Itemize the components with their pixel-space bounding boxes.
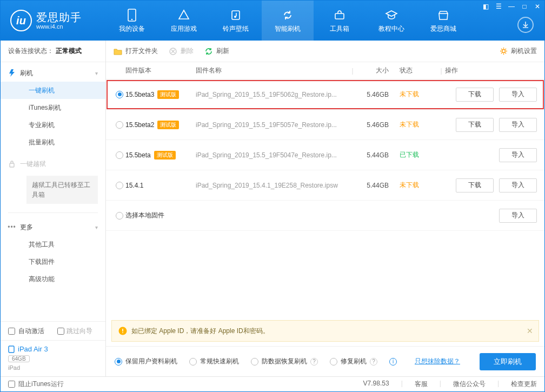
- import-button[interactable]: 导入: [499, 209, 537, 223]
- sidebar-item-itunes-flash[interactable]: iTunes刷机: [1, 99, 105, 116]
- chevron-down-icon: ▾: [95, 70, 98, 76]
- row-version: 15.4.1: [125, 182, 196, 189]
- flash-now-button[interactable]: 立即刷机: [480, 353, 536, 370]
- download-button[interactable]: 下载: [456, 178, 494, 192]
- row-radio[interactable]: [114, 91, 125, 98]
- flash-settings-button[interactable]: 刷机设置: [499, 46, 537, 56]
- opt-normal[interactable]: 常规快速刷机: [189, 357, 239, 366]
- opt-keep-data[interactable]: 保留用户资料刷机: [115, 357, 177, 366]
- svg-rect-5: [10, 163, 14, 167]
- firmware-row[interactable]: 15.4.1iPad_Spring_2019_15.4.1_19E258_Res…: [106, 170, 544, 201]
- nav-flash[interactable]: 智能刷机: [262, 1, 314, 41]
- row-firmware-name: iPad_Spring_2019_15.4.1_19E258_Restore.i…: [196, 182, 356, 189]
- connection-status: 设备连接状态： 正常模式: [1, 41, 105, 62]
- store-icon: [436, 8, 450, 22]
- row-size: 5.44GB: [356, 151, 400, 159]
- help-icon[interactable]: ?: [310, 358, 318, 366]
- opt-repair[interactable]: 修复刷机?: [330, 357, 377, 366]
- sidebar-item-one-key-flash[interactable]: 一键刷机: [1, 82, 105, 99]
- svg-rect-10: [122, 329, 123, 331]
- sidebar-section-label: 更多: [20, 223, 33, 232]
- row-firmware-name: iPad_Spring_2019_15.5_19F5062g_Restore.i…: [196, 91, 356, 98]
- brand-name: 爱思助手: [36, 11, 82, 23]
- nav-tutorials[interactable]: 教程中心: [365, 1, 417, 41]
- customer-service-link[interactable]: 客服: [415, 380, 428, 389]
- row-firmware-name: iPad_Spring_2019_15.5_19F5047e_Restore.i…: [196, 151, 356, 159]
- device-info[interactable]: iPad Air 3 64GB iPad: [1, 340, 105, 376]
- nav-label: 我的设备: [119, 24, 145, 34]
- nav-apps[interactable]: 应用游戏: [158, 1, 210, 41]
- close-icon[interactable]: ✕: [534, 3, 541, 10]
- refresh-icon: [204, 47, 213, 56]
- row-radio[interactable]: [114, 121, 125, 129]
- sidebar-section-label: 一键越狱: [20, 160, 46, 169]
- window-controls: ◧ ☰ — □ ✕: [482, 3, 541, 10]
- content: 打开文件夹 删除 刷新 刷机设置 固件版本 固件名称 | 大小 状态 | 操作: [106, 41, 544, 376]
- sidebar-section-flash[interactable]: 刷机 ▾: [1, 64, 105, 82]
- import-button[interactable]: 导入: [499, 148, 537, 162]
- row-actions: 导入: [445, 209, 537, 223]
- wechat-link[interactable]: 微信公众号: [453, 380, 486, 389]
- opt-label: 修复刷机: [341, 357, 367, 366]
- firmware-row[interactable]: 15.5beta2测试版iPad_Spring_2019_15.5_19F505…: [106, 110, 544, 140]
- divider: [8, 212, 98, 213]
- open-folder-button[interactable]: 打开文件夹: [114, 46, 158, 56]
- device-name: iPad Air 3: [18, 345, 48, 353]
- close-notice-button[interactable]: ✕: [527, 327, 533, 335]
- import-button[interactable]: 导入: [499, 178, 537, 192]
- col-version: 固件版本: [125, 66, 196, 75]
- nav-my-device[interactable]: 我的设备: [106, 1, 158, 41]
- import-button[interactable]: 导入: [499, 118, 537, 132]
- download-manager-button[interactable]: [517, 17, 534, 33]
- skin-icon[interactable]: ◧: [482, 3, 489, 10]
- col-action: 操作: [445, 66, 537, 75]
- erase-data-link[interactable]: 只想抹除数据？: [415, 357, 460, 366]
- folder-icon: [114, 47, 122, 56]
- refresh-button[interactable]: 刷新: [204, 46, 229, 56]
- firmware-rows: 15.5beta3测试版iPad_Spring_2019_15.5_19F506…: [106, 79, 544, 231]
- block-itunes-label: 阻止iTunes运行: [18, 380, 64, 389]
- nav-store[interactable]: 爱思商城: [417, 1, 469, 41]
- local-firmware-row[interactable]: 选择本地固件导入: [106, 201, 544, 231]
- download-button[interactable]: 下载: [456, 88, 494, 102]
- opt-label: 常规快速刷机: [200, 357, 239, 366]
- check-update-link[interactable]: 检查更新: [511, 380, 537, 389]
- sidebar-item-advanced[interactable]: 高级功能: [1, 270, 105, 288]
- download-button[interactable]: 下载: [456, 118, 494, 132]
- graduation-icon: [384, 8, 398, 22]
- opt-label: 防数据恢复刷机: [262, 357, 307, 366]
- row-status: 未下载: [400, 90, 445, 99]
- nav-ringtones[interactable]: 铃声壁纸: [210, 1, 262, 41]
- sidebar-item-batch-flash[interactable]: 批量刷机: [1, 134, 105, 151]
- warning-icon: [118, 327, 127, 335]
- help-icon[interactable]: ?: [370, 358, 377, 366]
- nav-toolbox[interactable]: 工具箱: [314, 1, 365, 41]
- auto-activate-checkbox[interactable]: [8, 328, 15, 335]
- sidebar-section-more[interactable]: ••• 更多 ▾: [1, 218, 105, 236]
- import-button[interactable]: 导入: [499, 88, 537, 102]
- block-itunes-checkbox[interactable]: [8, 381, 15, 388]
- opt-anti-recovery[interactable]: 防数据恢复刷机?: [251, 357, 318, 366]
- beta-tag: 测试版: [157, 121, 179, 129]
- minimize-icon[interactable]: —: [508, 3, 515, 10]
- row-version: 15.5beta3测试版: [125, 90, 196, 99]
- menu-icon[interactable]: ☰: [495, 3, 502, 10]
- app-version: V7.98.53: [363, 380, 389, 389]
- row-actions: 下载导入: [445, 178, 537, 192]
- auto-activate-row: 自动激活 跳过向导: [1, 322, 105, 340]
- maximize-icon[interactable]: □: [521, 3, 528, 10]
- firmware-row[interactable]: 15.5beta3测试版iPad_Spring_2019_15.5_19F506…: [106, 79, 544, 110]
- logo-area: iu 爱思助手 www.i4.cn: [1, 10, 106, 31]
- row-actions: 导入: [445, 148, 537, 162]
- sidebar-item-pro-flash[interactable]: 专业刷机: [1, 116, 105, 134]
- row-radio[interactable]: [114, 151, 125, 159]
- sidebar-item-download-firmware[interactable]: 下载固件: [1, 253, 105, 270]
- delete-button: 删除: [169, 46, 194, 56]
- firmware-row[interactable]: 15.5beta测试版iPad_Spring_2019_15.5_19F5047…: [106, 140, 544, 170]
- row-radio[interactable]: [114, 182, 125, 189]
- info-icon[interactable]: i: [389, 358, 397, 366]
- apps-icon: [177, 8, 191, 22]
- sidebar-item-other-tools[interactable]: 其他工具: [1, 236, 105, 253]
- skip-guide-checkbox[interactable]: [57, 328, 64, 335]
- row-radio[interactable]: [114, 212, 125, 220]
